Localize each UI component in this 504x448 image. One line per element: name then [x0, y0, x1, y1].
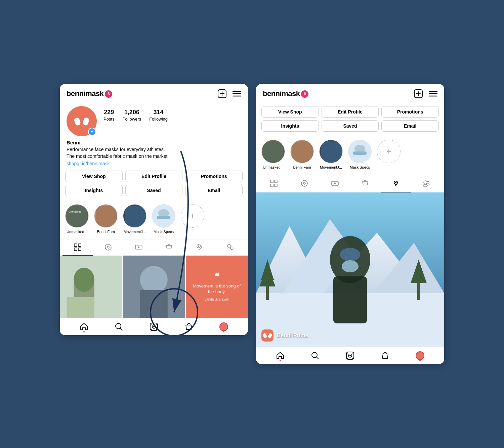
- svg-point-41: [153, 326, 155, 327]
- avatar-add-button[interactable]: +: [88, 128, 96, 136]
- right-nav-home[interactable]: [263, 351, 298, 360]
- right-nav-search[interactable]: [298, 351, 333, 360]
- content-tabs-left: [60, 239, 248, 256]
- svg-point-100: [347, 358, 348, 359]
- left-header: bennimask6: [60, 84, 248, 102]
- svg-rect-8: [67, 206, 87, 226]
- right-highlight-4[interactable]: Mask Specs: [348, 140, 372, 169]
- buttons-row-1: View Shop Edit Profile Promotions: [65, 171, 243, 182]
- insights-button[interactable]: Insights: [65, 185, 123, 196]
- tab-shop[interactable]: [154, 239, 184, 256]
- right-profile-avatar-nav: [416, 351, 424, 360]
- right-nav-shop[interactable]: [368, 351, 403, 360]
- reel-background: [256, 192, 444, 347]
- tab-reels[interactable]: [93, 239, 124, 256]
- right-highlight-3[interactable]: MovementJ...: [319, 140, 343, 169]
- tab-grid[interactable]: [62, 239, 93, 256]
- post-thumb-3[interactable]: ❝ Movement is the song of the body. Vand…: [186, 256, 248, 318]
- right-insights-button[interactable]: Insights: [261, 120, 319, 132]
- tab-clips[interactable]: [123, 239, 154, 256]
- post-quote: ❝ Movement is the song of the body. Vand…: [186, 256, 248, 318]
- tab-tagged[interactable]: [184, 239, 215, 256]
- right-highlight-2[interactable]: Benni Fam: [290, 140, 314, 169]
- highlight-circle-4: [152, 204, 175, 228]
- right-view-shop-button[interactable]: View Shop: [261, 106, 319, 118]
- highlight-item[interactable]: MovementJ...: [123, 204, 146, 234]
- left-app-title: bennimask6: [67, 89, 218, 98]
- right-nav-profile[interactable]: [403, 351, 437, 360]
- right-promotions-button[interactable]: Promotions: [381, 106, 439, 118]
- nav-profile[interactable]: [206, 322, 241, 331]
- right-highlight-1[interactable]: Unmasked...: [261, 140, 285, 169]
- svg-point-29: [230, 247, 233, 250]
- svg-point-27: [198, 245, 199, 247]
- promotions-button[interactable]: Promotions: [185, 171, 243, 182]
- stat-following[interactable]: 314 Following: [149, 109, 168, 122]
- right-notification-badge: 6: [301, 90, 308, 98]
- highlight-item[interactable]: Benni Fam: [94, 204, 118, 234]
- tab-collab[interactable]: [215, 239, 245, 256]
- stat-followers[interactable]: 1,206 Followers: [123, 109, 141, 122]
- right-highlight-add-button[interactable]: +: [377, 140, 401, 163]
- add-icon[interactable]: [218, 89, 226, 98]
- svg-point-43: [156, 323, 157, 324]
- highlight-circle-3: [123, 204, 146, 228]
- nav-home[interactable]: [67, 322, 101, 331]
- right-edit-profile-button[interactable]: Edit Profile: [322, 106, 379, 118]
- right-tab-collab[interactable]: [411, 175, 442, 192]
- header-icons: [218, 89, 241, 98]
- highlight-item[interactable]: Unmasked Unmasked...: [65, 204, 89, 234]
- right-highlight-circle-1: [261, 140, 285, 163]
- content-tabs-right: [256, 175, 444, 192]
- svg-point-97: [349, 355, 351, 356]
- menu-icon[interactable]: [233, 89, 241, 98]
- right-nav-dot: [280, 360, 281, 361]
- stat-posts: 229 Posts: [103, 109, 115, 122]
- right-email-button[interactable]: Email: [381, 120, 439, 132]
- post-thumb-1[interactable]: [60, 256, 122, 318]
- svg-point-20: [107, 246, 109, 248]
- profile-section: + 229 Posts 1,206 Followers 314 Followin…: [60, 102, 248, 136]
- svg-point-64: [301, 180, 307, 186]
- action-buttons-right: View Shop Edit Profile Promotions Insigh…: [256, 102, 444, 137]
- profile-link[interactable]: shopgr.id/bennimask: [67, 161, 110, 166]
- svg-point-32: [74, 268, 94, 292]
- svg-rect-82: [266, 286, 269, 300]
- svg-rect-15: [74, 244, 77, 247]
- nav-search[interactable]: [101, 322, 136, 331]
- post-thumb-2[interactable]: [123, 256, 185, 318]
- right-highlight-circle-2: [290, 140, 314, 163]
- email-button[interactable]: Email: [185, 185, 243, 196]
- right-add-icon[interactable]: [414, 89, 423, 98]
- nav-shop[interactable]: [171, 322, 206, 331]
- svg-point-75: [427, 181, 429, 183]
- svg-rect-6: [73, 117, 81, 126]
- right-menu-icon[interactable]: [429, 89, 437, 98]
- svg-rect-11: [125, 206, 145, 226]
- saved-button[interactable]: Saved: [125, 185, 183, 196]
- svg-rect-14: [157, 216, 170, 219]
- svg-point-65: [303, 182, 305, 184]
- right-tab-shop[interactable]: [350, 175, 381, 192]
- svg-point-28: [227, 244, 231, 248]
- highlight-item[interactable]: Mask Specs: [152, 204, 175, 234]
- reel-container[interactable]: Benni Prime: [256, 192, 444, 347]
- right-buttons-row-1: View Shop Edit Profile Promotions: [261, 106, 439, 118]
- right-tab-clips[interactable]: [320, 175, 350, 192]
- profile-name: Benni: [67, 140, 241, 145]
- right-nav-profile-dot: [419, 360, 421, 361]
- profile-avatar-nav: [219, 322, 228, 331]
- right-tab-reels[interactable]: [289, 175, 320, 192]
- right-saved-button[interactable]: Saved: [322, 120, 379, 132]
- svg-rect-17: [74, 248, 77, 251]
- svg-rect-92: [268, 333, 272, 339]
- right-tab-grid[interactable]: [259, 175, 289, 192]
- edit-profile-button[interactable]: Edit Profile: [125, 171, 183, 182]
- nav-reels[interactable]: [136, 322, 171, 331]
- highlight-add-button[interactable]: +: [181, 204, 204, 228]
- right-tab-tagged[interactable]: [381, 175, 411, 192]
- view-shop-button[interactable]: View Shop: [65, 171, 123, 182]
- buttons-row-2: Insights Saved Email: [65, 185, 243, 196]
- right-nav-reels[interactable]: [333, 351, 368, 360]
- svg-line-94: [317, 357, 319, 359]
